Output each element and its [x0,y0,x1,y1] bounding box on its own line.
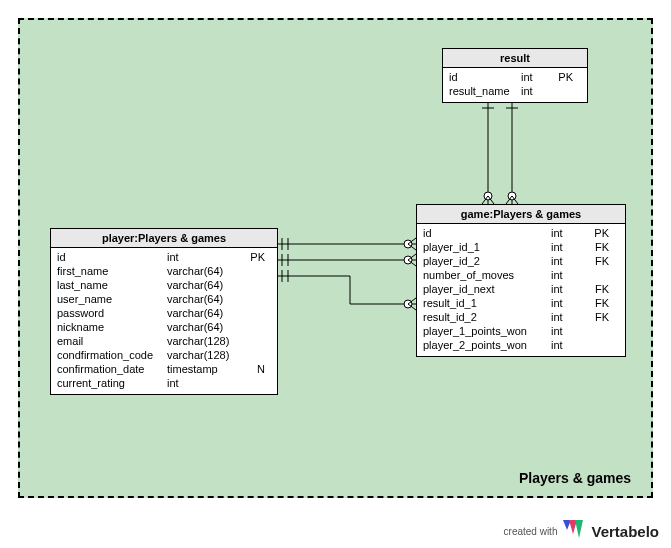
entity-player-body: idintPK first_namevarchar(64) last_namev… [51,248,277,394]
svg-line-16 [408,238,416,244]
table-row: player_1_points_wonint [423,324,619,338]
svg-line-11 [512,196,518,204]
svg-point-29 [404,300,412,308]
entity-player[interactable]: player:Players & games idintPK first_nam… [50,228,278,395]
table-row: current_ratingint [57,376,271,390]
svg-line-30 [408,298,416,304]
footer-created-with: created with [504,526,558,537]
svg-line-10 [506,196,512,204]
svg-point-15 [404,240,412,248]
vertabelo-brand: Vertabelo [591,523,659,540]
table-row: passwordvarchar(64) [57,306,271,320]
svg-line-17 [408,244,416,250]
table-row: result_id_1intFK [423,296,619,310]
table-row: user_namevarchar(64) [57,292,271,306]
table-row: confirmation_datetimestampN [57,362,271,376]
table-row: first_namevarchar(64) [57,264,271,278]
entity-game-body: idintPK player_id_1intFK player_id_2intF… [417,224,625,356]
table-row: player_id_nextintFK [423,282,619,296]
svg-point-3 [484,192,492,200]
table-row: result_id_2intFK [423,310,619,324]
table-row: idintPK [449,70,581,84]
entity-game[interactable]: game:Players & games idintPK player_id_1… [416,204,626,357]
svg-point-21 [404,256,412,264]
table-row: player_id_1intFK [423,240,619,254]
table-row: emailvarchar(128) [57,334,271,348]
table-row: last_namevarchar(64) [57,278,271,292]
entity-result-body: idintPK result_nameint [443,68,587,102]
svg-line-23 [408,260,416,266]
table-row: player_id_2intFK [423,254,619,268]
group-label: Players & games [519,470,631,486]
table-row: number_of_movesint [423,268,619,282]
entity-result[interactable]: result idintPK result_nameint [442,48,588,103]
svg-line-22 [408,254,416,260]
diagram-canvas: result idintPK result_nameint game:Playe… [18,18,653,498]
table-row: condfirmation_codevarchar(128) [57,348,271,362]
svg-line-5 [488,196,494,204]
vertabelo-logo-icon [563,520,585,542]
svg-line-31 [408,304,416,310]
entity-player-title: player:Players & games [51,229,277,248]
table-row: result_nameint [449,84,581,98]
table-row: nicknamevarchar(64) [57,320,271,334]
entity-result-title: result [443,49,587,68]
table-row: player_2_points_wonint [423,338,619,352]
table-row: idintPK [423,226,619,240]
footer: created with Vertabelo [504,520,659,542]
svg-line-4 [482,196,488,204]
table-row: idintPK [57,250,271,264]
entity-game-title: game:Players & games [417,205,625,224]
svg-point-9 [508,192,516,200]
svg-marker-34 [575,520,583,538]
